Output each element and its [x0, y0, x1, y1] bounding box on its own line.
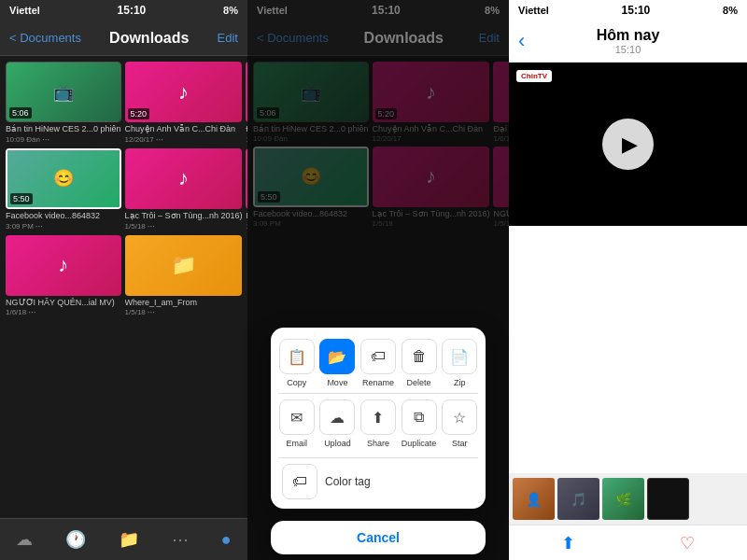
right-status-bar: Viettel 15:10 8%: [509, 0, 747, 21]
panel-middle: Viettel 15:10 8% < Documents Downloads E…: [247, 0, 509, 560]
left-time: 15:10: [118, 4, 147, 17]
right-share-btn[interactable]: ⬆: [561, 533, 575, 553]
right-like-btn[interactable]: ♡: [680, 533, 695, 553]
left-nav-bar: < Documents Downloads Edit: [0, 21, 247, 56]
left-battery: 8%: [223, 5, 238, 16]
popup-rename[interactable]: 🏷 Rename: [359, 339, 397, 387]
strip-thumb-2[interactable]: 🎵: [557, 478, 599, 520]
strip-thumb-3[interactable]: 🌿: [602, 478, 644, 520]
strip-thumb-1[interactable]: 👤: [513, 478, 555, 520]
channel-badge: ChinTV: [516, 70, 552, 82]
popup-row2: ✉ Email ☁ Upload ⬆ Share ⧉ Duplic: [271, 394, 486, 457]
strip-thumb-4[interactable]: [647, 478, 689, 520]
left-back-btn[interactable]: < Documents: [9, 31, 81, 45]
thumb-2: ♪ 5:20: [125, 62, 243, 122]
popup-duplicate[interactable]: ⧉ Duplicate: [401, 399, 438, 448]
left-tab-bar: ☁ 🕐 📁 ⋯ ●: [0, 518, 247, 560]
thumb-4: 😊 5:50: [6, 148, 121, 209]
thumb-1: 📺 5:06: [6, 62, 121, 122]
popup-move[interactable]: 📂 Move: [319, 339, 357, 387]
popup-share[interactable]: ⬆ Share: [359, 399, 397, 448]
tab-more[interactable]: ⋯: [172, 529, 189, 550]
thumbnail-strip: 👤 🎵 🌿: [509, 473, 747, 525]
right-carrier: Viettel: [518, 5, 549, 16]
popup-email[interactable]: ✉ Email: [278, 399, 316, 448]
popup-star[interactable]: ☆ Star: [441, 399, 478, 448]
panel-right: Viettel 15:10 8% ‹ Hôm nay 15:10 ChinTV …: [509, 0, 747, 560]
grid-item-4[interactable]: 😊 5:50 Facebook video...864832 3:09 PM ·…: [6, 148, 121, 231]
popup-row1: 📋 Copy 📂 Move 🏷 Rename 🗑 Dele: [271, 328, 486, 393]
thumb-5: ♪: [125, 148, 243, 209]
popup-color-tag[interactable]: 🏷 Color tag: [282, 464, 371, 499]
popup-delete[interactable]: 🗑 Delete: [401, 339, 438, 387]
popup-copy[interactable]: 📋 Copy: [278, 339, 316, 387]
right-content-area: [509, 226, 747, 473]
right-title: Hôm nay: [597, 27, 660, 44]
thumb-7: ♪: [6, 235, 121, 296]
left-status-bar: Viettel 15:10 8%: [0, 0, 247, 21]
popup-cancel-btn[interactable]: Cancel: [271, 521, 486, 554]
thumb-8: 📁: [125, 235, 243, 296]
play-button[interactable]: ▶: [602, 119, 654, 170]
right-subtitle: 15:10: [597, 44, 660, 55]
grid-item-7[interactable]: ♪ NGƯỜI HÃY QUÊN...ial MV) 1/6/18 ···: [6, 235, 121, 318]
tab-dots[interactable]: ●: [221, 530, 232, 550]
left-carrier: Viettel: [9, 5, 40, 16]
right-time: 15:10: [622, 4, 651, 17]
grid-item-1[interactable]: 📺 5:06 Bản tin HiNew CES 2...0 phiên 10:…: [6, 62, 121, 145]
grid-item-8[interactable]: 📁 Where_I_am_From 1/5/18 ···: [125, 235, 243, 318]
left-title: Downloads: [109, 30, 189, 47]
tab-cloud[interactable]: ☁: [16, 529, 33, 550]
right-back-btn[interactable]: ‹: [518, 29, 525, 53]
video-player[interactable]: ChinTV ▶: [509, 63, 747, 226]
right-bottom-bar: ⬆ ♡: [509, 525, 747, 560]
grid-item-5[interactable]: ♪ Lạc Trôi – Sơn Tùng...nh 2016) 1/5/18 …: [125, 148, 243, 231]
action-popup: 📋 Copy 📂 Move 🏷 Rename 🗑 Dele: [271, 328, 486, 509]
tab-recent[interactable]: 🕐: [65, 529, 86, 550]
panel-left: Viettel 15:10 8% < Documents Downloads E…: [0, 0, 247, 560]
tab-files[interactable]: 📁: [119, 529, 139, 550]
popup-row3: 🏷 Color tag: [271, 458, 486, 509]
left-edit-btn[interactable]: Edit: [218, 31, 238, 45]
popup-zip[interactable]: 📄 Zip: [441, 339, 478, 387]
right-nav-bar: ‹ Hôm nay 15:10: [509, 21, 747, 63]
right-battery: 8%: [723, 5, 738, 16]
grid-item-2[interactable]: ♪ 5:20 Chuyện Anh Vẫn C...Chi Đàn 12/20/…: [125, 62, 243, 145]
popup-upload[interactable]: ☁ Upload: [319, 399, 357, 448]
left-grid: 📺 5:06 Bản tin HiNew CES 2...0 phiên 10:…: [0, 56, 247, 323]
